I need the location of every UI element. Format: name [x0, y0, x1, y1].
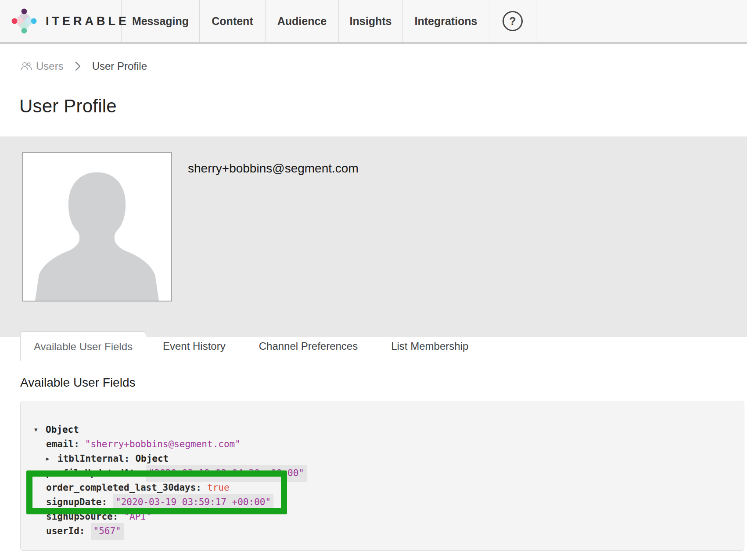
field-value-highlighted: "2020-03-19 03:59:17 +00:00" [113, 494, 273, 511]
field-key: signupSource: [46, 510, 118, 524]
users-icon [20, 61, 32, 72]
breadcrumb-users-label: Users [36, 60, 64, 72]
field-key: signupDate: [46, 495, 107, 510]
chevron-right-icon [75, 61, 81, 71]
field-value: "API" [124, 510, 151, 524]
field-value: true [207, 481, 230, 495]
profile-email: sherry+bobbins@segment.com [188, 162, 359, 176]
section-heading: Available User Fields [20, 376, 136, 390]
breadcrumb-current: User Profile [92, 60, 147, 72]
user-profile-page: ITERABLE Messaging Content Audience Insi… [0, 0, 747, 560]
field-key: order_completed_last_30days: [46, 481, 201, 495]
profile-tabs: Available User Fields Event History Chan… [20, 331, 485, 361]
tab-event-history[interactable]: Event History [146, 331, 242, 361]
tree-row-signupdate: signupDate: "2020-03-19 03:59:17 +00:00" [21, 495, 744, 510]
help-button[interactable]: ? [489, 0, 536, 42]
nav-item-content[interactable]: Content [200, 0, 266, 42]
tree-row-userid: userId: "567" [21, 524, 744, 538]
tree-row-email: email: "sherry+bobbins@segment.com" [21, 437, 744, 452]
field-value: "sherry+bobbins@segment.com" [85, 437, 241, 452]
root-object-label: Object [46, 423, 79, 437]
tree-row-profileupdatedat: profileUpdatedAt: "2020-03-19 09:04:30 +… [21, 466, 744, 481]
iterable-logo[interactable]: ITERABLE [0, 0, 122, 42]
field-value-highlighted: "2020-03-19 09:04:30 +00:00" [146, 465, 307, 482]
field-value-highlighted: "567" [91, 523, 124, 540]
user-fields-tree: ▾ Object email: "sherry+bobbins@segment.… [20, 401, 744, 551]
field-value: Object [135, 452, 169, 466]
tab-channel-preferences[interactable]: Channel Preferences [242, 331, 374, 361]
avatar-silhouette-icon [23, 154, 171, 302]
page-title: User Profile [19, 96, 117, 117]
breadcrumb-users-link[interactable]: Users [20, 60, 64, 72]
breadcrumb: Users User Profile [20, 60, 147, 73]
nav-item-insights[interactable]: Insights [339, 0, 403, 42]
collapse-arrow-icon[interactable]: ▾ [34, 423, 46, 437]
nav-item-audience[interactable]: Audience [266, 0, 339, 42]
nav-item-integrations[interactable]: Integrations [403, 0, 489, 42]
nav-spacer [536, 0, 747, 42]
expand-arrow-icon[interactable]: ▸ [46, 452, 57, 466]
tab-available-user-fields[interactable]: Available User Fields [20, 331, 146, 361]
avatar [22, 152, 172, 302]
help-icon: ? [503, 11, 523, 31]
brand-name: ITERABLE [46, 14, 129, 28]
tab-list-membership[interactable]: List Membership [374, 331, 485, 361]
field-key: profileUpdatedAt: [46, 466, 140, 481]
tree-row-order-completed-last-30days: order_completed_last_30days: true [21, 481, 744, 495]
tree-row-itblinternal: ▸ itblInternal: Object [21, 452, 744, 466]
iterable-logo-icon [11, 8, 37, 34]
field-key: userId: [46, 524, 85, 538]
tree-row-signupsource: signupSource: "API" [21, 510, 744, 524]
tree-row-root: ▾ Object [21, 423, 744, 437]
top-nav: ITERABLE Messaging Content Audience Insi… [0, 0, 747, 44]
nav-item-messaging[interactable]: Messaging [122, 0, 200, 42]
field-key: itblInternal: [57, 452, 129, 466]
field-key: email: [46, 437, 79, 452]
profile-summary: sherry+bobbins@segment.com [0, 136, 747, 337]
